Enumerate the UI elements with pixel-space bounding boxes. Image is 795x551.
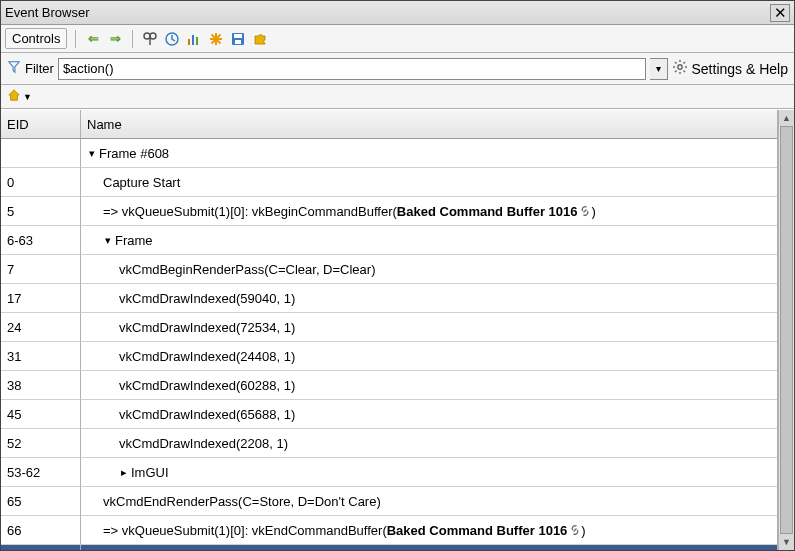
svg-rect-8 [235,40,241,44]
nav-back-icon[interactable]: ⇐ [84,31,102,46]
text-span: ) [581,523,585,538]
event-browser-window: { "title": "Event Browser", "toolbar": {… [0,0,795,551]
filter-input[interactable] [58,58,646,80]
eid-cell: 45 [1,400,81,429]
eid-cell: 0 [1,168,81,197]
name-cell: => vkQueueSubmit(1)[0]: vkBeginCommandBu… [81,197,777,226]
scrollbar-thumb[interactable] [780,126,793,534]
name-cell: vkCmdDrawIndexed(65688, 1) [81,400,777,429]
text-span: vkCmdDrawIndexed(65688, 1) [119,407,295,422]
event-table: EID Name ▾Frame #6080Capture Start5=> vk… [1,110,778,550]
name-cell: ▸ImGUI [81,458,777,487]
text-span: ) [591,204,595,219]
name-cell: => vkQueueSubmit(1)[0]: vkEndCommandBuff… [81,516,777,545]
titlebar: Event Browser ✕ [1,1,794,25]
disclosure-icon[interactable]: ▾ [103,234,113,247]
settings-help-link[interactable]: Settings & Help [692,61,789,77]
toolbar: Controls ⇐ ⇒ [1,25,794,53]
filter-dropdown-button[interactable]: ▾ [650,58,668,80]
text-span: vkCmdDrawIndexed(2208, 1) [119,436,288,451]
text-span: vkCmdBeginRenderPass(C=Clear, D=Clear) [119,262,376,277]
toolbar-separator [75,30,76,48]
bars-icon[interactable] [185,30,203,48]
breadcrumb-dropdown-icon[interactable]: ▼ [23,92,32,102]
eid-cell: 24 [1,313,81,342]
text-span: vkCmdDrawIndexed(60288, 1) [119,378,295,393]
event-table-wrap: EID Name ▾Frame #6080Capture Start5=> vk… [1,109,794,550]
text-span: Capture Start [103,175,180,190]
column-header-eid[interactable]: EID [1,110,81,139]
eid-cell: 5 [1,197,81,226]
scroll-up-icon[interactable]: ▲ [779,110,794,126]
find-icon[interactable] [141,30,159,48]
svg-point-0 [144,33,150,39]
gear-icon[interactable] [672,59,688,78]
svg-rect-7 [234,34,242,38]
eid-cell: 66 [1,516,81,545]
text-span: Frame #608 [99,146,169,161]
disclosure-icon[interactable]: ▸ [119,466,129,479]
eid-cell: 31 [1,342,81,371]
controls-button[interactable]: Controls [5,28,67,49]
home-icon[interactable] [7,88,21,105]
svg-point-9 [677,65,681,69]
link-icon[interactable] [579,205,591,217]
close-button[interactable]: ✕ [770,4,790,22]
eid-cell: 53-62 [1,458,81,487]
name-cell: └ vkQueuePresentKHR( Swapchain Image 636… [81,545,777,550]
name-cell: vkCmdDrawIndexed(72534, 1) [81,313,777,342]
svg-rect-3 [188,39,190,45]
eid-cell: 17 [1,284,81,313]
nav-forward-icon[interactable]: ⇒ [106,31,124,46]
column-header-name[interactable]: Name [81,110,777,139]
name-cell: vkCmdBeginRenderPass(C=Clear, D=Clear) [81,255,777,284]
svg-rect-4 [192,35,194,45]
name-cell: ▾Frame #608 [81,139,777,168]
svg-rect-5 [196,37,198,45]
asterisk-icon[interactable] [207,30,225,48]
toolbar-separator [132,30,133,48]
text-span: Baked Command Buffer 1016 [387,523,568,538]
text-span: Baked Command Buffer 1016 [397,204,578,219]
link-icon[interactable] [569,524,581,536]
eid-cell: 67 [1,545,81,550]
vertical-scrollbar[interactable]: ▲ ▼ [778,110,794,550]
eid-cell: 52 [1,429,81,458]
name-cell: vkCmdEndRenderPass(C=Store, D=Don't Care… [81,487,777,516]
funnel-icon [7,60,21,77]
text-span: Frame [115,233,153,248]
eid-cell [1,139,81,168]
filter-bar: Filter ▾ Settings & Help [1,53,794,85]
text-span: vkCmdEndRenderPass(C=Store, D=Don't Care… [103,494,381,509]
breadcrumb-bar: ▼ [1,85,794,109]
name-cell: Capture Start [81,168,777,197]
text-span: vkCmdDrawIndexed(72534, 1) [119,320,295,335]
name-cell: ▾Frame [81,226,777,255]
eid-cell: 65 [1,487,81,516]
scroll-down-icon[interactable]: ▼ [779,534,794,550]
svg-point-1 [150,33,156,39]
text-span: ImGUI [131,465,169,480]
name-cell: vkCmdDrawIndexed(24408, 1) [81,342,777,371]
eid-cell: 7 [1,255,81,284]
text-span: vkCmdDrawIndexed(24408, 1) [119,349,295,364]
eid-cell: 38 [1,371,81,400]
name-cell: vkCmdDrawIndexed(2208, 1) [81,429,777,458]
save-icon[interactable] [229,30,247,48]
window-title: Event Browser [5,5,770,20]
text-span: => vkQueueSubmit(1)[0]: vkBeginCommandBu… [103,204,397,219]
puzzle-icon[interactable] [251,30,269,48]
text-span: => vkQueueSubmit(1)[0]: vkEndCommandBuff… [103,523,387,538]
name-cell: vkCmdDrawIndexed(60288, 1) [81,371,777,400]
eid-cell: 6-63 [1,226,81,255]
filter-label: Filter [25,61,54,76]
name-cell: vkCmdDrawIndexed(59040, 1) [81,284,777,313]
clock-icon[interactable] [163,30,181,48]
disclosure-icon[interactable]: ▾ [87,147,97,160]
text-span: vkCmdDrawIndexed(59040, 1) [119,291,295,306]
